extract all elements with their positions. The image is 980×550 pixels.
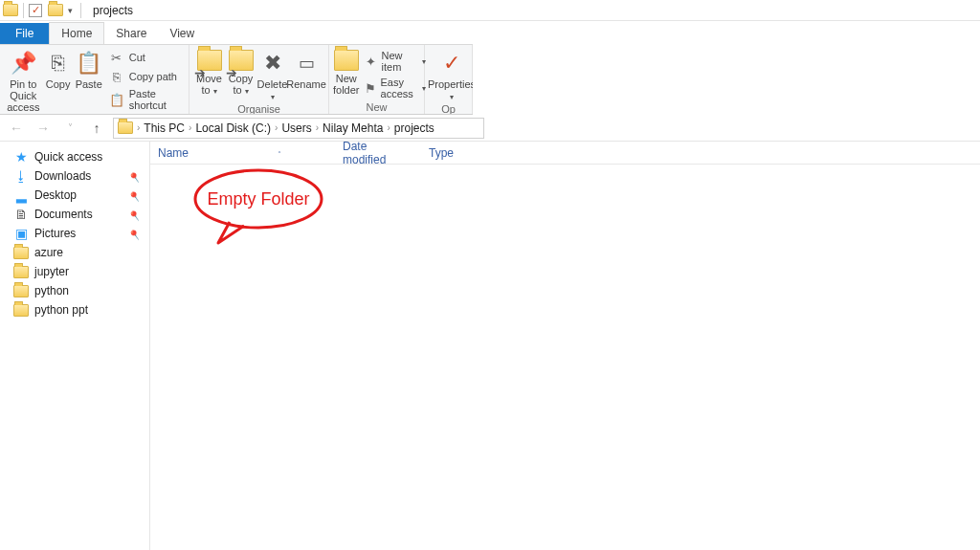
properties-button[interactable]: ✓ Properties ▾ <box>429 48 473 103</box>
folder-icon <box>13 266 29 278</box>
separator <box>23 3 24 18</box>
ribbon-group-open: ✓ Properties ▾ Op <box>425 45 473 114</box>
new-folder-icon <box>334 50 359 71</box>
tab-share[interactable]: Share <box>104 23 158 44</box>
pin-to-quick-access-button[interactable]: 📌 Pin to Quick access <box>4 48 43 113</box>
paste-icon: 📋 <box>76 50 102 77</box>
column-headers: Name ˄ Date modified Type <box>150 142 980 165</box>
navigation-bar: ← → ˅ ↑ › This PC › Local Disk (C:) › Us… <box>0 115 980 142</box>
tab-file[interactable]: File <box>0 23 49 44</box>
new-item-icon: ✦ <box>365 54 377 69</box>
ribbon-group-new: New folder ✦ New item ▾ ⚑ Easy access ▾ … <box>329 45 425 114</box>
tree-item[interactable]: azure <box>4 243 145 262</box>
tree-item[interactable]: ▂Desktop📍 <box>4 186 145 205</box>
move-to-button[interactable]: ➔ Move to ▾ <box>193 48 225 98</box>
document-icon: 🗎 <box>13 207 29 222</box>
ribbon-tab-strip: File Home Share View <box>0 21 980 44</box>
copy-to-button[interactable]: ➔ Copy to ▾ <box>225 48 256 98</box>
tree-item[interactable]: ▣Pictures📍 <box>4 224 145 243</box>
breadcrumb[interactable]: Users <box>281 121 311 135</box>
title-bar: ✓ ▾ projects <box>0 0 980 21</box>
clipboard-small-buttons: ✂ Cut ⎘ Copy path 📋 Paste shortcut <box>104 48 185 113</box>
separator <box>80 3 81 18</box>
chevron-down-icon: ▾ <box>245 87 249 96</box>
easy-access-button[interactable]: ⚑ Easy access ▾ <box>362 75 429 101</box>
forward-button[interactable]: → <box>33 118 54 139</box>
column-type[interactable]: Type <box>421 146 488 160</box>
rename-icon: ▭ <box>293 50 320 77</box>
breadcrumb-chevron-icon[interactable]: › <box>187 122 193 133</box>
tree-item[interactable]: jupyter <box>4 262 145 281</box>
folder-icon <box>13 304 29 317</box>
delete-button[interactable]: ✖ Delete ▾ <box>256 48 288 103</box>
tree-item[interactable]: python <box>4 281 145 300</box>
properties-icon: ✓ <box>438 50 465 77</box>
workspace: ★ Quick access ⭳Downloads📍▂Desktop📍🗎Docu… <box>0 142 980 550</box>
paste-shortcut-icon: 📋 <box>109 92 124 107</box>
new-folder-qat-icon[interactable] <box>48 4 63 16</box>
tree-item-label: Documents <box>34 208 93 221</box>
sort-asc-icon: ˄ <box>278 150 281 159</box>
column-name[interactable]: Name ˄ <box>150 146 335 160</box>
tree-item-label: jupyter <box>34 265 69 278</box>
new-small-buttons: ✦ New item ▾ ⚑ Easy access ▾ <box>360 48 429 101</box>
tab-view[interactable]: View <box>158 23 206 44</box>
cut-icon: ✂ <box>109 50 124 65</box>
pin-icon: 📍 <box>126 205 147 225</box>
folder-icon <box>13 285 29 297</box>
breadcrumb-chevron-icon[interactable]: › <box>135 122 142 133</box>
ribbon-group-clipboard: 📌 Pin to Quick access ⎘ Copy 📋 Paste ✂ C… <box>0 45 189 114</box>
back-button[interactable]: ← <box>6 118 27 139</box>
cut-button[interactable]: ✂ Cut <box>106 48 185 67</box>
chevron-down-icon: ▾ <box>271 93 275 101</box>
breadcrumb-chevron-icon[interactable]: › <box>385 122 391 133</box>
rename-button[interactable]: ▭ Rename <box>288 48 324 90</box>
chevron-down-icon: ▾ <box>450 93 454 101</box>
paste-shortcut-button[interactable]: 📋 Paste shortcut <box>106 86 185 113</box>
breadcrumb-chevron-icon[interactable]: › <box>273 122 279 133</box>
navigation-pane[interactable]: ★ Quick access ⭳Downloads📍▂Desktop📍🗎Docu… <box>0 142 150 550</box>
breadcrumb[interactable]: Nilay Mehta <box>323 121 383 135</box>
pin-icon: 📌 <box>10 50 36 77</box>
copy-button[interactable]: ⎘ Copy <box>43 48 74 90</box>
new-folder-button[interactable]: New folder <box>333 48 360 96</box>
properties-qat-icon[interactable]: ✓ <box>29 4 42 17</box>
window-title: projects <box>93 4 133 17</box>
cut-label: Cut <box>129 52 145 63</box>
column-date[interactable]: Date modified <box>335 140 421 166</box>
breadcrumb[interactable]: Local Disk (C:) <box>195 121 271 135</box>
move-to-icon: ➔ <box>197 50 222 71</box>
download-icon: ⭳ <box>13 168 29 184</box>
rename-label: Rename <box>286 78 326 90</box>
copy-label: Copy <box>46 78 71 90</box>
pin-icon: 📍 <box>126 186 147 206</box>
desktop-icon: ▂ <box>13 187 29 203</box>
address-bar[interactable]: › This PC › Local Disk (C:) › Users › Ni… <box>113 118 484 139</box>
tree-item[interactable]: python ppt <box>4 300 145 319</box>
breadcrumb-chevron-icon[interactable]: › <box>314 122 321 133</box>
easy-access-label: Easy access <box>381 77 417 99</box>
quick-access-header[interactable]: ★ Quick access <box>4 147 145 166</box>
recent-locations-button[interactable]: ˅ <box>59 118 80 139</box>
qat-dropdown-icon[interactable]: ▾ <box>65 6 76 15</box>
tab-home[interactable]: Home <box>49 22 104 44</box>
copy-path-icon: ⎘ <box>109 69 124 84</box>
column-name-label: Name <box>158 146 189 160</box>
pin-icon: 📍 <box>126 224 147 244</box>
paste-button[interactable]: 📋 Paste <box>74 48 104 90</box>
breadcrumb[interactable]: projects <box>394 121 434 135</box>
folder-icon <box>13 247 29 259</box>
tree-item[interactable]: ⭳Downloads📍 <box>4 166 145 186</box>
delete-icon: ✖ <box>259 50 286 77</box>
open-caption: Op <box>425 103 472 115</box>
breadcrumb[interactable]: This PC <box>144 121 185 135</box>
up-button[interactable]: ↑ <box>86 118 107 139</box>
picture-icon: ▣ <box>13 226 29 241</box>
easy-access-icon: ⚑ <box>365 80 376 96</box>
copy-icon: ⎘ <box>45 50 72 77</box>
copy-path-button[interactable]: ⎘ Copy path <box>106 67 185 86</box>
new-item-button[interactable]: ✦ New item ▾ <box>362 48 429 75</box>
new-caption: New <box>329 101 424 115</box>
file-list-pane[interactable]: Name ˄ Date modified Type <box>150 142 980 550</box>
tree-item[interactable]: 🗎Documents📍 <box>4 205 145 224</box>
